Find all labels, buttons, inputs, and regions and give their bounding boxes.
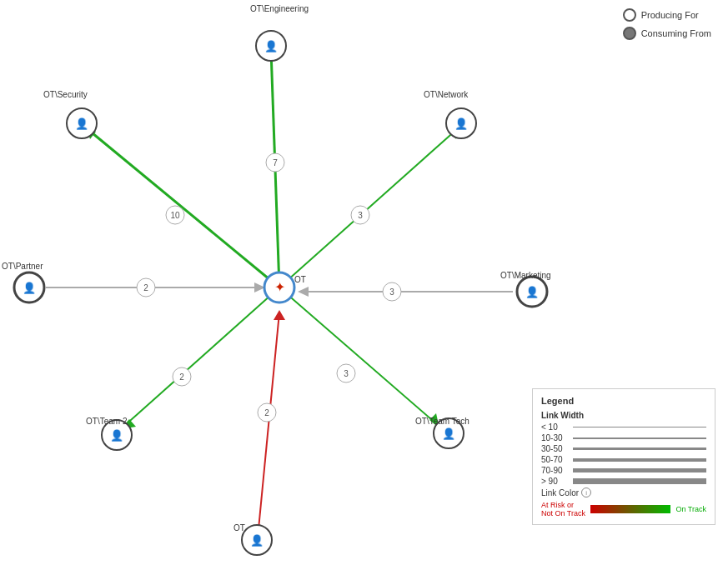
marketing-icon: 👤 bbox=[525, 285, 540, 299]
label-network: OT\Network bbox=[424, 90, 468, 99]
legend-producing-label: Producing For bbox=[641, 10, 699, 20]
arrow-ot-bottom bbox=[274, 310, 285, 320]
ot-bottom-icon: 👤 bbox=[250, 533, 264, 548]
arrow-marketing bbox=[298, 287, 309, 297]
on-track-label: On Track bbox=[675, 505, 706, 513]
link-width-line-2 bbox=[573, 438, 706, 439]
network-icon: 👤 bbox=[454, 117, 469, 131]
label-security: OT\Security bbox=[43, 90, 88, 99]
legend-top: Producing For Consuming From bbox=[623, 8, 711, 45]
security-icon: 👤 bbox=[75, 117, 89, 131]
link-width-row-6: > 90 bbox=[541, 477, 706, 486]
label-ot-bottom: OT bbox=[233, 523, 245, 532]
teamtech-icon: 👤 bbox=[442, 427, 456, 441]
link-width-label-2: 10-30 bbox=[541, 433, 573, 442]
legend-consuming-icon bbox=[623, 27, 636, 40]
edge-network bbox=[279, 129, 457, 288]
link-color-gradient bbox=[590, 505, 670, 513]
link-width-label-5: 70-90 bbox=[541, 466, 573, 475]
link-width-label-1: < 10 bbox=[541, 422, 573, 432]
edge-label-team2-upper: 2 bbox=[179, 372, 184, 382]
link-width-label-3: 30-50 bbox=[541, 444, 573, 453]
link-width-line-5 bbox=[573, 468, 706, 472]
legend-consuming-label: Consuming From bbox=[641, 28, 711, 38]
legend-link-color-title: Link Color bbox=[541, 488, 579, 498]
label-engineering: OT\Engineering bbox=[250, 4, 309, 13]
label-teamtech: OT\Team Tech bbox=[415, 417, 469, 426]
edge-label-engineering: 7 bbox=[273, 158, 278, 168]
legend-box: Legend Link Width < 10 10-30 30-50 50-70… bbox=[532, 388, 715, 525]
link-width-line-3 bbox=[573, 448, 706, 450]
label-ot-center: OT bbox=[294, 275, 306, 284]
label-team2: OT\Team 2 bbox=[86, 417, 127, 426]
label-partner: OT\Partner bbox=[2, 262, 43, 271]
center-star-icon: ✦ bbox=[274, 280, 285, 294]
edge-label-marketing: 3 bbox=[389, 288, 394, 297]
team2-icon: 👤 bbox=[110, 428, 124, 442]
edge-security bbox=[88, 129, 279, 288]
edge-label-security: 10 bbox=[170, 211, 180, 220]
legend-consuming-item: Consuming From bbox=[623, 27, 711, 40]
at-risk-label: At Risk orNot On Track bbox=[541, 501, 585, 518]
link-width-row-5: 70-90 bbox=[541, 466, 706, 475]
label-marketing: OT\Marketing bbox=[500, 271, 551, 280]
legend-box-title: Legend bbox=[541, 396, 706, 406]
link-width-row-2: 10-30 bbox=[541, 433, 706, 442]
edge-label-otbottom: 2 bbox=[264, 408, 269, 418]
edge-label-partner: 2 bbox=[143, 283, 148, 292]
edge-label-network: 3 bbox=[358, 211, 363, 220]
legend-link-color-title-row: Link Color i bbox=[541, 488, 706, 498]
network-diagram: ✦ 👤 👤 👤 👤 👤 👤 👤 👤 7 10 bbox=[0, 0, 728, 575]
link-width-line-4 bbox=[573, 458, 706, 462]
link-color-bar: At Risk orNot On Track On Track bbox=[541, 501, 706, 518]
link-width-line-1 bbox=[573, 427, 706, 428]
partner-icon: 👤 bbox=[23, 281, 37, 295]
link-color-info-icon[interactable]: i bbox=[581, 488, 591, 498]
legend-link-width-title: Link Width bbox=[541, 411, 706, 420]
link-width-row-3: 30-50 bbox=[541, 444, 706, 453]
legend-producing-item: Producing For bbox=[623, 8, 711, 22]
link-width-label-6: > 90 bbox=[541, 477, 573, 486]
edge-teamtech bbox=[279, 288, 438, 425]
legend-producing-icon bbox=[623, 8, 636, 22]
link-width-line-6 bbox=[573, 478, 706, 484]
link-width-label-4: 50-70 bbox=[541, 455, 573, 464]
edge-label-teamtech-upper: 3 bbox=[344, 369, 349, 378]
link-width-row-4: 50-70 bbox=[541, 455, 706, 464]
link-width-row-1: < 10 bbox=[541, 422, 706, 432]
edge-team2 bbox=[123, 288, 279, 427]
engineering-icon: 👤 bbox=[264, 39, 279, 53]
